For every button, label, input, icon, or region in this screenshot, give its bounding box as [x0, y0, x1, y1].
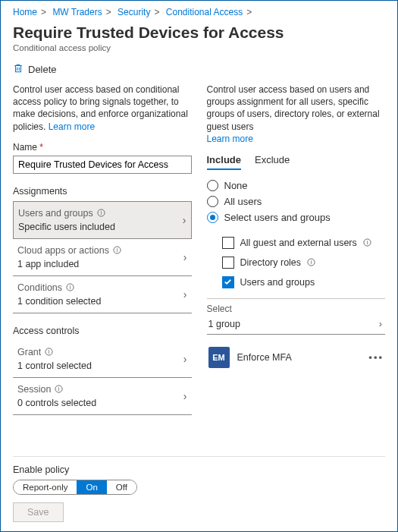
tab-include[interactable]: Include [207, 154, 242, 170]
radio-icon [207, 196, 218, 207]
toggle-on[interactable]: On [77, 480, 106, 494]
info-icon[interactable]: i [307, 258, 315, 266]
enable-policy-label: Enable policy [13, 464, 385, 475]
item-label: Users and groups [18, 208, 93, 219]
breadcrumb-mw-traders[interactable]: MW Traders [52, 7, 102, 17]
divider [207, 298, 386, 299]
checkbox-guest-users[interactable]: All guest and external users i [222, 233, 386, 253]
checkbox-icon [222, 237, 234, 249]
delete-label: Delete [28, 64, 57, 75]
svg-text:i: i [58, 386, 60, 393]
breadcrumb-security[interactable]: Security [118, 7, 150, 17]
svg-text:i: i [100, 210, 102, 217]
checkbox-icon [222, 257, 234, 269]
right-description: Control user access based on users and g… [207, 83, 386, 145]
radio-label: None [224, 180, 248, 191]
svg-text:i: i [117, 247, 118, 254]
group-avatar: EM [208, 347, 230, 368]
item-label: Session [17, 384, 51, 395]
checkbox-icon [222, 276, 234, 288]
breadcrumb: Home> MW Traders> Security> Conditional … [13, 1, 385, 20]
radio-select-users-groups[interactable]: Select users and groups [207, 209, 386, 225]
group-name: Enforce MFA [237, 352, 362, 363]
tab-exclude[interactable]: Exclude [255, 154, 290, 170]
info-icon[interactable]: i [113, 246, 121, 254]
left-panel: Control user access based on conditional… [13, 83, 192, 415]
select-value: 1 group [208, 319, 240, 329]
radio-label: All users [224, 196, 262, 207]
trash-icon [13, 63, 24, 76]
checkbox-directory-roles[interactable]: Directory roles i [222, 253, 386, 272]
radio-none[interactable]: None [207, 178, 386, 194]
assignments-heading: Assignments [13, 186, 192, 197]
select-groups-picker[interactable]: 1 group › [207, 314, 386, 335]
learn-more-link-right[interactable]: Learn more [207, 134, 253, 144]
info-icon[interactable]: i [45, 348, 53, 356]
footer: Enable policy Report-only On Off Save [13, 456, 385, 531]
checkbox-label: Users and groups [240, 277, 315, 288]
toggle-report-only[interactable]: Report-only [14, 480, 77, 494]
svg-text:i: i [311, 260, 312, 266]
name-label: Name * [13, 142, 192, 153]
learn-more-link-left[interactable]: Learn more [49, 121, 95, 132]
svg-text:i: i [70, 285, 71, 291]
page-title: Require Trusted Devices for Access [13, 24, 385, 42]
breadcrumb-home[interactable]: Home [13, 7, 37, 17]
enable-policy-toggle[interactable]: Report-only On Off [13, 480, 137, 495]
info-icon[interactable]: i [66, 283, 74, 291]
item-value: 1 condition selected [17, 296, 187, 307]
include-exclude-tabs: Include Exclude [207, 154, 386, 170]
left-description: Control user access based on conditional… [13, 83, 192, 133]
chevron-right-icon: › [183, 288, 187, 301]
chevron-right-icon: › [379, 319, 382, 329]
selected-group-row[interactable]: EM Enforce MFA ••• [207, 344, 386, 371]
radio-icon [207, 212, 218, 223]
chevron-right-icon: › [183, 214, 186, 226]
select-label: Select [207, 304, 386, 314]
radio-all-users[interactable]: All users [207, 194, 386, 209]
radio-label: Select users and groups [224, 212, 331, 223]
item-label: Grant [17, 347, 41, 357]
item-value: Specific users included [18, 222, 186, 232]
info-icon[interactable]: i [97, 209, 105, 217]
page-subtitle: Conditional access policy [13, 43, 385, 52]
checkbox-users-and-groups[interactable]: Users and groups [222, 272, 386, 292]
access-control-grant[interactable]: Grant i 1 control selected › [13, 341, 192, 378]
assignment-users-and-groups[interactable]: Users and groups i Specific users includ… [13, 201, 192, 239]
save-button[interactable]: Save [13, 502, 64, 522]
assignment-conditions[interactable]: Conditions i 1 condition selected › [13, 276, 192, 313]
info-icon[interactable]: i [55, 385, 63, 393]
assignment-cloud-apps[interactable]: Cloud apps or actions i 1 app included › [13, 239, 192, 276]
chevron-right-icon: › [183, 390, 187, 402]
item-value: 1 control selected [17, 360, 187, 371]
item-label: Conditions [17, 282, 62, 293]
access-controls-heading: Access controls [13, 326, 192, 336]
more-actions-icon[interactable]: ••• [368, 351, 384, 363]
item-value: 0 controls selected [17, 398, 187, 408]
checkbox-label: Directory roles [240, 257, 302, 268]
toggle-off[interactable]: Off [107, 480, 136, 494]
right-panel: Control user access based on users and g… [207, 83, 386, 415]
item-label: Cloud apps or actions [17, 245, 109, 256]
chevron-right-icon: › [183, 251, 187, 263]
radio-icon [207, 180, 218, 191]
checkbox-label: All guest and external users [240, 238, 357, 248]
access-control-session[interactable]: Session i 0 controls selected › [13, 378, 192, 415]
delete-button[interactable]: Delete [13, 60, 385, 83]
svg-text:i: i [49, 349, 50, 356]
name-input[interactable] [13, 156, 192, 174]
breadcrumb-conditional-access[interactable]: Conditional Access [166, 7, 243, 17]
chevron-right-icon: › [183, 353, 187, 365]
item-value: 1 app included [17, 259, 187, 269]
info-icon[interactable]: i [363, 238, 371, 247]
svg-text:i: i [366, 240, 368, 247]
